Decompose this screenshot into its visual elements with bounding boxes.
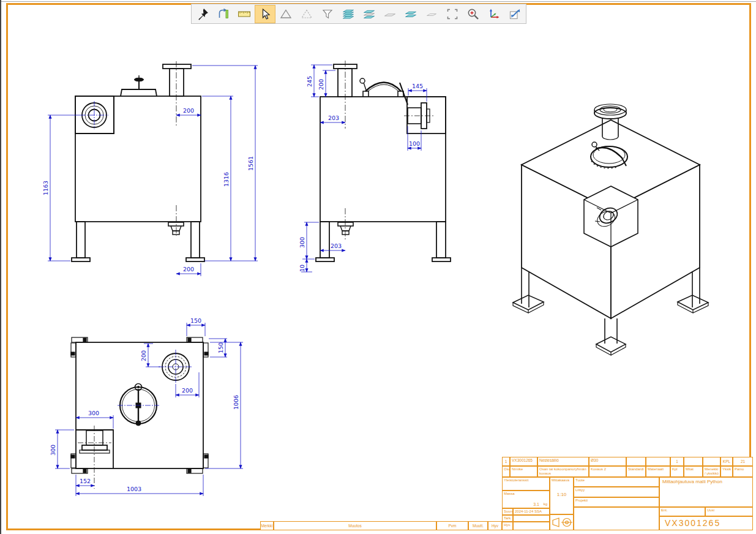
mittakaava-value: 1:10 bbox=[550, 492, 573, 497]
materiaali-value bbox=[646, 457, 670, 466]
tark-label: Tark. bbox=[502, 515, 513, 522]
pin-button[interactable] bbox=[192, 5, 213, 23]
dim-side-10: 10 bbox=[299, 265, 305, 272]
layer-flat-button[interactable] bbox=[380, 5, 400, 23]
layer-flat-icon bbox=[383, 7, 397, 21]
muutt-header: Muutt. bbox=[468, 521, 488, 530]
layer-thin-icon bbox=[425, 7, 438, 21]
standardi-label: Standardi bbox=[626, 466, 646, 477]
dim-front-outer: 1561 bbox=[247, 156, 254, 171]
mittakaava-label: Mittakaava bbox=[552, 478, 569, 482]
menekki-label: Menekki / yksikkö bbox=[703, 466, 720, 477]
mittakaava-cell: Mittakaava 1:10 bbox=[550, 477, 574, 514]
dim-top-300h: 300 bbox=[50, 445, 56, 456]
filter-icon bbox=[321, 7, 334, 21]
drawing-description: Mittaohjautuva malli Python bbox=[659, 477, 753, 507]
layers-mixed-icon bbox=[362, 7, 376, 21]
select-cursor-icon bbox=[258, 7, 272, 21]
massa-value: 3.1 bbox=[533, 502, 539, 506]
mitat-value bbox=[684, 457, 703, 466]
kuvaus-label: Osan tai kokoonpanoryhmän kuvaus bbox=[537, 466, 589, 477]
side-view: 245 200 203 145 100 300 203 10 bbox=[299, 61, 451, 272]
suunn-value: 2024-11-24 SSA bbox=[513, 508, 550, 515]
kpl-count-cell: 21 bbox=[733, 457, 753, 466]
hyv-header: Hyv bbox=[488, 521, 502, 530]
rotate-view-icon bbox=[217, 7, 230, 21]
nimike-value: VX3001265 bbox=[510, 457, 537, 466]
kuvaus-value: Nestesäiliö bbox=[537, 457, 589, 466]
yleistoleranssit-cell: Yleistoleranssit bbox=[502, 477, 550, 491]
polygon-dashed-icon bbox=[300, 7, 313, 21]
zoom-in-icon bbox=[466, 7, 480, 21]
mitat-label: Mitat bbox=[684, 466, 703, 477]
drawing-number: VX3001265 bbox=[659, 516, 753, 530]
title-block: 1 VX3001265 Nestesäiliö Ø30 1 KPL 21 Osa… bbox=[502, 456, 753, 530]
standardi-value bbox=[626, 457, 646, 466]
layer-thin-button[interactable] bbox=[421, 5, 442, 23]
dim-front-top: 200 bbox=[183, 107, 194, 114]
tuote-cell: Tuote bbox=[574, 477, 659, 487]
uusi-label: Uusi bbox=[705, 507, 753, 516]
pvm-header: Pvm bbox=[436, 521, 468, 530]
kuvaus2-value: Ø30 bbox=[589, 457, 626, 466]
kpl-value: 1 bbox=[670, 457, 684, 466]
hyv-value bbox=[513, 522, 550, 530]
measure-icon bbox=[238, 7, 251, 21]
iso-view bbox=[513, 104, 708, 355]
dim-top-150a: 150 bbox=[190, 317, 201, 324]
materiaali-label: Materiaali bbox=[646, 466, 670, 477]
dim-side-203-top: 203 bbox=[328, 115, 339, 121]
layers-all-button[interactable] bbox=[338, 5, 359, 23]
muutos-header: Muutos bbox=[274, 521, 436, 530]
dim-front-bottom: 200 bbox=[183, 266, 194, 273]
layers-mixed-button[interactable] bbox=[359, 5, 380, 23]
layers-two-button[interactable] bbox=[400, 5, 421, 23]
dim-side-100: 100 bbox=[409, 140, 420, 147]
selection-frame-icon bbox=[446, 7, 459, 21]
menekki-value bbox=[703, 457, 720, 466]
first-angle-projection-icon bbox=[552, 516, 572, 528]
yksik-label: Yksik bbox=[720, 466, 733, 477]
fit-view-icon bbox=[508, 7, 522, 21]
dim-top-1006: 1006 bbox=[233, 395, 239, 410]
empty-cell bbox=[574, 507, 659, 530]
dim-side-245: 245 bbox=[306, 76, 313, 87]
pin-icon bbox=[196, 7, 209, 21]
polygon-button[interactable] bbox=[275, 5, 296, 23]
hyv-label: Hyv. bbox=[502, 522, 513, 530]
axes-button[interactable] bbox=[484, 5, 504, 23]
cad-drawing-window: { "colors":{"frame_orange":"#e8951f","di… bbox=[0, 0, 756, 534]
filter-button[interactable] bbox=[317, 5, 338, 23]
rotate-view-button[interactable] bbox=[213, 5, 234, 23]
part-no-cell: 1 bbox=[502, 457, 510, 466]
dim-front-left: 1163 bbox=[42, 181, 49, 195]
select-cursor-button[interactable] bbox=[255, 5, 275, 23]
massa-label: Massa bbox=[504, 492, 515, 495]
massa-unit: kg bbox=[544, 502, 547, 506]
dim-side-203-bottom: 203 bbox=[331, 243, 342, 249]
osa-label: Osa bbox=[502, 466, 510, 477]
layers-all-icon bbox=[342, 7, 355, 21]
kuvaus2-label: Kuvaus 2 bbox=[589, 466, 626, 477]
kpl-label: Kpl bbox=[670, 466, 684, 477]
dim-side-145: 145 bbox=[412, 83, 423, 89]
dim-top-300w: 300 bbox=[88, 410, 99, 416]
dim-top-200v: 200 bbox=[140, 350, 147, 361]
fit-view-button[interactable] bbox=[504, 5, 525, 23]
top-view: 150 150 200 200 1006 300 300 152 1003 bbox=[50, 317, 243, 496]
dim-top-1003: 1003 bbox=[127, 486, 141, 492]
dim-top-150b: 150 bbox=[217, 342, 224, 353]
liittyy-cell: Liittyy bbox=[574, 487, 659, 497]
kpl-header-cell: KPL bbox=[720, 457, 733, 466]
floating-toolbar bbox=[191, 4, 526, 24]
drawing-canvas[interactable]: 200 1561 1316 1163 200 bbox=[0, 0, 756, 534]
selection-frame-button[interactable] bbox=[442, 5, 463, 23]
dim-side-200: 200 bbox=[318, 79, 324, 90]
measure-button[interactable] bbox=[234, 5, 255, 23]
merkki-header: Merkki bbox=[260, 521, 274, 530]
revision-strip: Merkki Muutos Pvm Muutt. Hyv bbox=[260, 521, 502, 530]
zoom-in-button[interactable] bbox=[463, 5, 484, 23]
polygon-dashed-button[interactable] bbox=[296, 5, 317, 23]
layers-two-icon bbox=[404, 7, 417, 21]
axes-icon bbox=[487, 7, 501, 21]
